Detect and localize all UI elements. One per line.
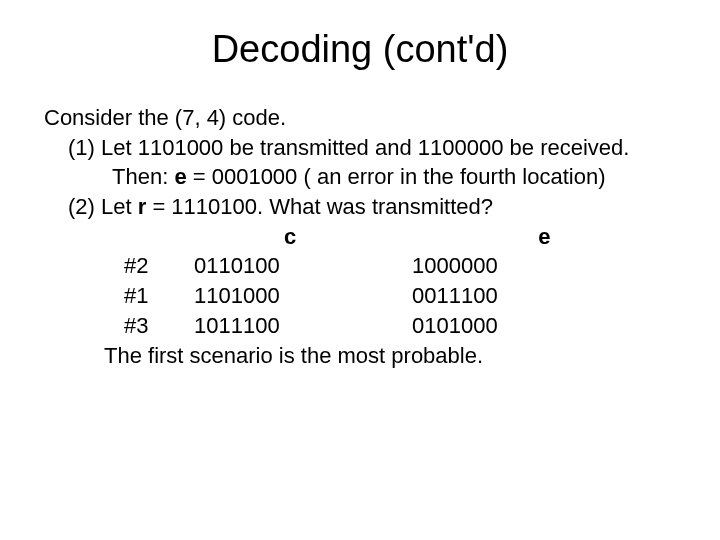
row-index: #3	[124, 311, 194, 341]
header-e: e	[296, 222, 550, 252]
r-bold: r	[138, 194, 147, 219]
point-1-then: Then: e = 0001000 ( an error in the four…	[44, 162, 676, 192]
table-header: c e	[44, 222, 676, 252]
row-e: 0101000	[412, 311, 676, 341]
row-index: #1	[124, 281, 194, 311]
p2-prefix: (2) Let	[68, 194, 138, 219]
table-row: #1 1101000 0011100	[44, 281, 676, 311]
then-prefix: Then:	[112, 164, 174, 189]
p2-suffix: = 1110100. What was transmitted?	[146, 194, 493, 219]
header-c: c	[124, 222, 296, 252]
row-c: 0110100	[194, 251, 412, 281]
e-bold: e	[174, 164, 186, 189]
table-row: #2 0110100 1000000	[44, 251, 676, 281]
slide-title: Decoding (cont'd)	[44, 28, 676, 71]
intro-text: Consider the (7, 4) code.	[44, 103, 676, 133]
row-c: 1011100	[194, 311, 412, 341]
point-2: (2) Let r = 1110100. What was transmitte…	[44, 192, 676, 222]
row-c: 1101000	[194, 281, 412, 311]
row-index: #2	[124, 251, 194, 281]
then-suffix: = 0001000 ( an error in the fourth locat…	[187, 164, 606, 189]
row-e: 1000000	[412, 251, 676, 281]
conclusion: The first scenario is the most probable.	[44, 341, 676, 371]
row-e: 0011100	[412, 281, 676, 311]
point-1: (1) Let 1101000 be transmitted and 11000…	[44, 133, 676, 163]
slide-content: Consider the (7, 4) code. (1) Let 110100…	[44, 103, 676, 370]
table-row: #3 1011100 0101000	[44, 311, 676, 341]
